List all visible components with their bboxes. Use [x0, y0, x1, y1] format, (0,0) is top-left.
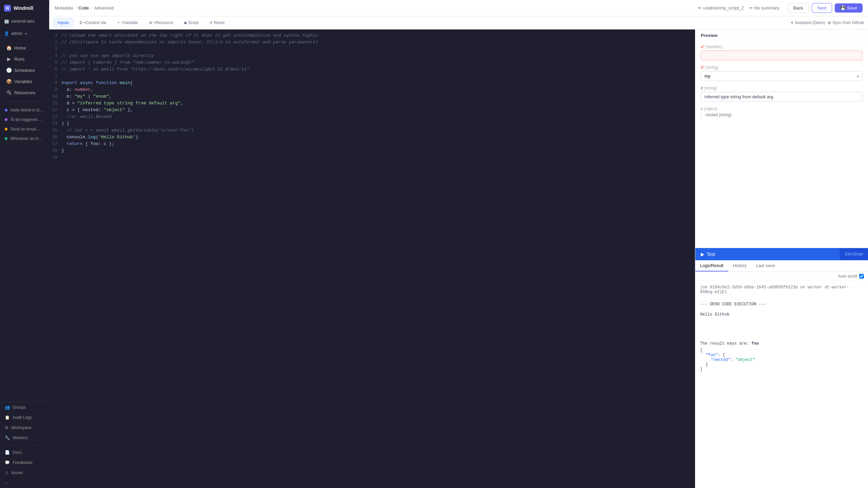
- script-summary[interactable]: ✏ No summary: [749, 5, 779, 11]
- toolbar-right: ✦ Assistant (Deno) ⊕ Sync from Github: [790, 20, 864, 25]
- back-button[interactable]: Back: [788, 3, 809, 13]
- field-select-b[interactable]: my enum: [701, 71, 863, 81]
- script-item-email[interactable]: Send an email ...: [0, 124, 49, 134]
- script-item-hello[interactable]: Hello World in D...: [0, 105, 49, 115]
- script-item-whenever[interactable]: Whenever an H...: [0, 134, 49, 143]
- script-label: Whenever an H...: [10, 136, 42, 141]
- sync-link[interactable]: ⊕ Sync from Github: [828, 20, 864, 25]
- field-name-c: c: [701, 106, 703, 111]
- script-item-triggered[interactable]: To be triggered ...: [0, 115, 49, 124]
- tab-history[interactable]: History: [728, 260, 751, 271]
- back-nav-icon: ←: [5, 481, 9, 485]
- sidebar-item-label: Groups: [13, 405, 26, 410]
- logs-tabs: Logs/Result History Last save: [695, 260, 868, 272]
- code-editor[interactable]: 1 // reload the smart assistant on the t…: [49, 29, 695, 488]
- workspace-item[interactable]: 🏢 windmill-labs: [0, 16, 49, 28]
- assistant-link[interactable]: ✦ Assistant (Deno): [790, 20, 825, 25]
- test-btn-row: ▶ Test Ctrl+Enter: [695, 248, 868, 260]
- logs-output-text: Hello Github: [700, 312, 863, 317]
- field-label-d: d (string): [701, 86, 863, 90]
- sidebar-item-groups[interactable]: 👥 Groups: [0, 402, 49, 412]
- sidebar-item-docs[interactable]: 📄 Docs: [0, 447, 49, 458]
- variables-icon: 📦: [6, 79, 12, 84]
- sidebar-item-resources[interactable]: 🔌 Resources: [1, 87, 48, 98]
- code-line-5: 5 // import { toWords } from "npm:number…: [49, 59, 695, 66]
- code-line-17: 17 return { foo: c };: [49, 141, 695, 147]
- field-label-a: a* (number): [701, 44, 863, 49]
- nested-label: nested (string): [706, 113, 863, 117]
- user-item[interactable]: 👤 admin ▾: [0, 28, 49, 41]
- sidebar-item-label: Runs: [14, 57, 24, 62]
- workspace-settings-icon: ⚙: [5, 425, 8, 430]
- breadcrumb-advanced[interactable]: Advanced: [94, 5, 114, 11]
- test-button[interactable]: ▶ Test: [695, 248, 840, 260]
- script-label: Send an email ...: [10, 127, 41, 131]
- sidebar-item-label: Docs: [13, 450, 22, 455]
- tab-context-var[interactable]: $ +Context Var: [75, 18, 111, 27]
- test-shortcut[interactable]: Ctrl+Enter: [840, 248, 868, 260]
- result-label: The result keys are: foo: [700, 341, 863, 346]
- field-input-a[interactable]: [701, 50, 863, 60]
- nested-name: nested: [706, 113, 718, 117]
- sidebar-item-audit-logs[interactable]: 📋 Audit Logs: [0, 412, 49, 423]
- breadcrumb-code[interactable]: Code: [78, 5, 89, 11]
- tab-script[interactable]: ◆ Script: [179, 18, 203, 27]
- sidebar-item-back[interactable]: ←: [0, 478, 49, 488]
- sidebar-item-home[interactable]: 🏠 Home: [1, 42, 48, 53]
- tab-variable[interactable]: + +Variable: [113, 18, 142, 27]
- tab-reset[interactable]: ↺ Reset: [205, 18, 229, 27]
- app-name: Windmill: [14, 5, 33, 11]
- preview-title: Preview: [701, 33, 717, 38]
- preview-panel: Preview a* (number) b* (string): [695, 29, 868, 488]
- field-label-b: b* (string): [701, 65, 863, 70]
- tab-last-save[interactable]: Last save: [751, 260, 780, 271]
- sidebar-item-workers[interactable]: 🔧 Workers: [0, 433, 49, 443]
- script-path-text: u/admin/my_script_2: [703, 5, 744, 11]
- script-path[interactable]: ✏ u/admin/my_script_2: [698, 5, 744, 11]
- tab-resource[interactable]: ⊕ +Resource: [144, 18, 178, 27]
- breadcrumb-metadata[interactable]: Metadata: [55, 5, 73, 11]
- sidebar-item-label: Workspace: [11, 425, 32, 430]
- sidebar-item-label: Resources: [14, 90, 35, 95]
- sidebar-item-feedbacks[interactable]: 💬 Feedbacks: [0, 458, 49, 468]
- field-group-d: d (string): [701, 86, 863, 102]
- code-line-12: 12 c = { nested: "object" },: [49, 107, 695, 114]
- sidebar-item-label: Issues: [11, 470, 23, 475]
- sidebar-item-workspace[interactable]: ⚙ Workspace: [0, 423, 49, 433]
- field-label-c: c (object): [701, 106, 863, 111]
- sidebar-item-variables[interactable]: 📦 Variables: [1, 76, 48, 87]
- save-button[interactable]: 💾 Save: [835, 3, 863, 13]
- sidebar-item-issues[interactable]: ⚠ Issues: [0, 468, 49, 478]
- next-button[interactable]: Next: [812, 3, 832, 13]
- workers-icon: 🔧: [5, 435, 10, 440]
- user-icon: 👤: [4, 31, 9, 36]
- logs-deno-section: --- DENO CODE EXECUTION ---: [700, 302, 863, 307]
- test-label: Test: [707, 251, 715, 257]
- field-group-a: a* (number): [701, 44, 863, 60]
- logs-json-close: }: [700, 367, 863, 372]
- tab-logs-result[interactable]: Logs/Result: [695, 260, 728, 271]
- breadcrumb: Metadata / Code / Advanced: [55, 5, 114, 11]
- field-input-d[interactable]: [701, 92, 863, 102]
- field-type-d: (string): [704, 86, 717, 90]
- code-line-8: 8 export async function main(: [49, 80, 695, 86]
- code-line-10: 10 b: "my" | "enum",: [49, 93, 695, 100]
- sidebar-item-label: Schedules: [14, 68, 35, 73]
- logs-json-close-foo: }: [700, 362, 863, 367]
- auto-scroll-checkbox[interactable]: [859, 274, 864, 279]
- code-line-9: 9 a: number,: [49, 86, 695, 93]
- tab-inputs[interactable]: Inputs: [53, 18, 73, 27]
- sidebar-item-schedules[interactable]: 🕐 Schedules: [1, 65, 48, 76]
- sync-icon: ⊕: [828, 20, 831, 25]
- code-line-19: 19: [49, 154, 695, 161]
- sidebar-item-runs[interactable]: ▶ Runs: [1, 54, 48, 64]
- script-dot: [5, 128, 7, 130]
- save-label: Save: [847, 5, 857, 11]
- breadcrumb-sep2: /: [91, 5, 92, 11]
- groups-icon: 👥: [5, 405, 10, 410]
- header: Metadata / Code / Advanced ✏ u/admin/my_…: [49, 0, 868, 16]
- assistant-label: Assistant (Deno): [795, 20, 825, 25]
- user-label: admin: [11, 31, 22, 36]
- app-logo[interactable]: W Windmill: [0, 0, 49, 16]
- workspace-icon: 🏢: [4, 19, 9, 24]
